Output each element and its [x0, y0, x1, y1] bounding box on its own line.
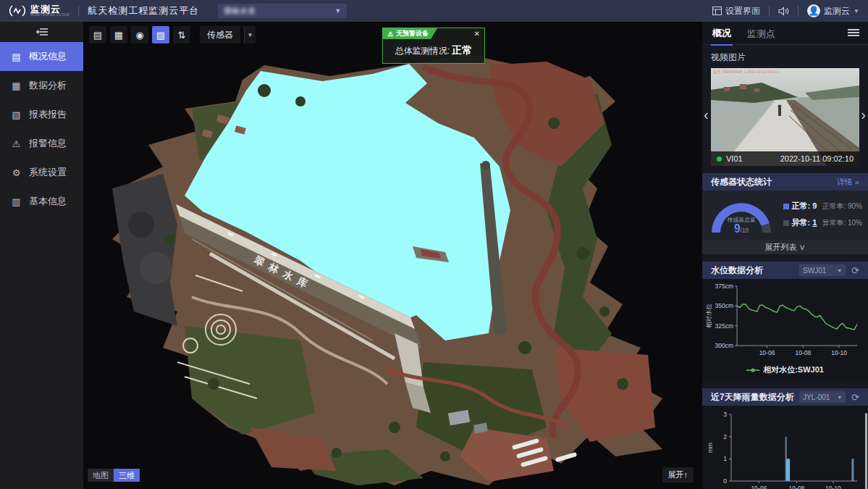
legend-square-abnormal [783, 220, 789, 226]
legend-square-normal [783, 204, 789, 209]
sidebar-item-system-settings[interactable]: ⚙ 系统设置 [0, 158, 83, 187]
monitoring-alert-popup: ⚠ 无预警设备 ✕ 总体监测情况: 正常 [382, 28, 485, 64]
svg-text:2: 2 [723, 433, 727, 440]
tab-overview[interactable]: 概况 [711, 21, 733, 46]
water-level-chart: 375cm350cm325cm300cm10-0610-0810-10相对水位 [702, 279, 868, 360]
rain-sensor-select-value: JYL-001 [803, 393, 830, 401]
sensor-filter-label: 传感器 [207, 29, 233, 41]
legend-marker-line [746, 367, 759, 373]
svg-text:10-10: 10-10 [825, 485, 841, 489]
hamburger-icon [848, 28, 859, 37]
settings-ui-button[interactable]: 设置界面 [712, 5, 760, 17]
alarm-icon: ⚠ [11, 138, 22, 149]
carousel-prev-button[interactable]: ‹ [704, 107, 709, 122]
sidebar-item-reports[interactable]: ▧ 报表报告 [0, 100, 83, 129]
svg-text:10-08: 10-08 [789, 485, 805, 489]
water-level-legend-label: 相对水位:SWJ01 [763, 364, 824, 375]
sidebar-item-data-analysis[interactable]: ▦ 数据分析 [0, 71, 83, 100]
sensor-stats-title: 传感器状态统计 [711, 176, 772, 188]
svg-text:10-10: 10-10 [831, 349, 847, 356]
sidebar-item-alarms[interactable]: ⚠ 报警信息 [0, 129, 83, 158]
water-level-header: 水位数据分析 SWJ01 ▼ ⟳ [702, 262, 868, 279]
alert-tag-label: 无预警设备 [396, 29, 429, 38]
sidebar-item-label: 概况信息 [29, 50, 67, 63]
report-icon: ▧ [11, 109, 22, 120]
refresh-icon[interactable]: ⟳ [851, 266, 859, 275]
sensor-filter-caret[interactable]: ▼ [244, 26, 256, 43]
video-section-title: 视频图片 [702, 45, 868, 68]
grid-tool-button[interactable]: ▦ [110, 26, 127, 43]
overview-icon: ▤ [11, 51, 22, 62]
file-tool-button[interactable]: ▤ [89, 26, 106, 43]
sensor-gauge: 传感器总量9/10 [708, 193, 779, 238]
app-logo: 监测云 MONITORING CLOUD [9, 4, 69, 17]
svg-text:相对水位: 相对水位 [705, 304, 712, 329]
expand-list-button[interactable]: 展开列表 ∨ [702, 240, 868, 254]
rain-sensor-select[interactable]: JYL-001 ▼ [799, 391, 846, 403]
chevron-down-icon: ▼ [837, 268, 842, 273]
toggle-map-2d[interactable]: 地图 [88, 469, 114, 482]
map-toolbar: ▤ ▦ ◉ ▨ ⇅ 传感器 ▼ [89, 26, 256, 43]
rainfall-chart: 012310-0610-0810-10mm [702, 406, 868, 489]
svg-text:10-06: 10-06 [751, 485, 767, 489]
panel-scrollbar[interactable] [865, 413, 867, 489]
right-panel: 概况 监测点 视频图片 [702, 22, 868, 489]
grid-icon: ▦ [114, 30, 123, 41]
sensor-stats-header: 传感器状态统计 详情 » [702, 173, 868, 191]
camera-tool-button[interactable]: ◉ [131, 26, 148, 43]
avatar: 👤 [807, 4, 820, 17]
video-thumbnail[interactable]: 监控_0000000068_1 2022-10-11 09:02:1 VI01 … [711, 68, 859, 166]
svg-text:325cm: 325cm [715, 322, 733, 330]
app-title: 航天检测工程监测云平台 [88, 4, 199, 17]
sensor-gauge-panel: 传感器总量9/10 正常: 9 正常率: 90% 异常: 1 异常率: 10% [702, 191, 868, 240]
settings-ui-label: 设置界面 [725, 5, 760, 17]
legend-abnormal: 异常: 1 异常率: 10% [783, 217, 862, 228]
sound-button[interactable] [778, 7, 789, 16]
detail-link[interactable]: 详情 » [837, 177, 859, 188]
project-select-value: 翠林水库 [224, 6, 256, 17]
svg-text:1: 1 [723, 455, 727, 462]
chevron-down-icon: ▼ [248, 32, 253, 38]
header-divider [78, 6, 79, 16]
svg-text:9/10: 9/10 [734, 222, 749, 235]
chevron-down-icon: ▼ [837, 395, 842, 400]
image-tool-button[interactable]: ▨ [152, 26, 169, 43]
view-mode-toggle: 地图 三维 [88, 469, 140, 482]
sensor-filter-button[interactable]: 传感器 [200, 26, 240, 43]
svg-text:3: 3 [723, 411, 727, 418]
refresh-icon[interactable]: ⟳ [851, 393, 859, 402]
map-3d-viewport[interactable]: 翠林水库 [83, 22, 702, 489]
panel-menu-button[interactable] [848, 27, 859, 40]
info-icon: ▥ [11, 196, 22, 207]
route-tool-button[interactable]: ⇅ [173, 26, 190, 43]
sidebar-item-label: 基本信息 [29, 195, 67, 208]
video-caption-bar: VI01 2022-10-11 09:02:10 [711, 151, 859, 166]
svg-text:传感器总量: 传感器总量 [727, 217, 755, 223]
tab-monitoring-points[interactable]: 监测点 [746, 22, 777, 45]
svg-text:mm: mm [707, 443, 714, 453]
collapse-menu-icon [36, 28, 48, 36]
header-divider [798, 6, 799, 16]
rainfall-chart-panel: 012310-0610-0810-10mm [702, 406, 868, 489]
svg-text:0: 0 [723, 477, 727, 485]
toggle-map-3d[interactable]: 三维 [114, 469, 140, 482]
user-menu[interactable]: 👤 监测云 ▼ [807, 4, 859, 17]
svg-text:10-08: 10-08 [795, 349, 811, 356]
expand-button[interactable]: 展开↑ [662, 467, 694, 482]
carousel-next-button[interactable]: › [861, 107, 866, 122]
wave-logo-icon [9, 4, 26, 17]
sidebar-item-overview[interactable]: ▤ 概况信息 [0, 42, 83, 71]
sidebar-item-label: 报表报告 [29, 108, 67, 121]
water-sensor-select[interactable]: SWJ01 ▼ [799, 264, 846, 276]
panel-tabs: 概况 监测点 [702, 22, 868, 45]
project-select[interactable]: 翠林水库 ▼ [218, 4, 347, 18]
route-icon: ⇅ [178, 30, 186, 41]
sidebar-collapse-button[interactable] [0, 22, 83, 42]
close-icon[interactable]: ✕ [474, 30, 480, 38]
svg-text:300cm: 300cm [715, 342, 733, 349]
sidebar-item-basic-info[interactable]: ▥ 基本信息 [0, 187, 83, 216]
chart-icon: ▦ [11, 80, 22, 91]
user-name: 监测云 [824, 5, 850, 17]
sidebar-item-label: 系统设置 [29, 166, 67, 179]
svg-text:375cm: 375cm [715, 283, 733, 290]
